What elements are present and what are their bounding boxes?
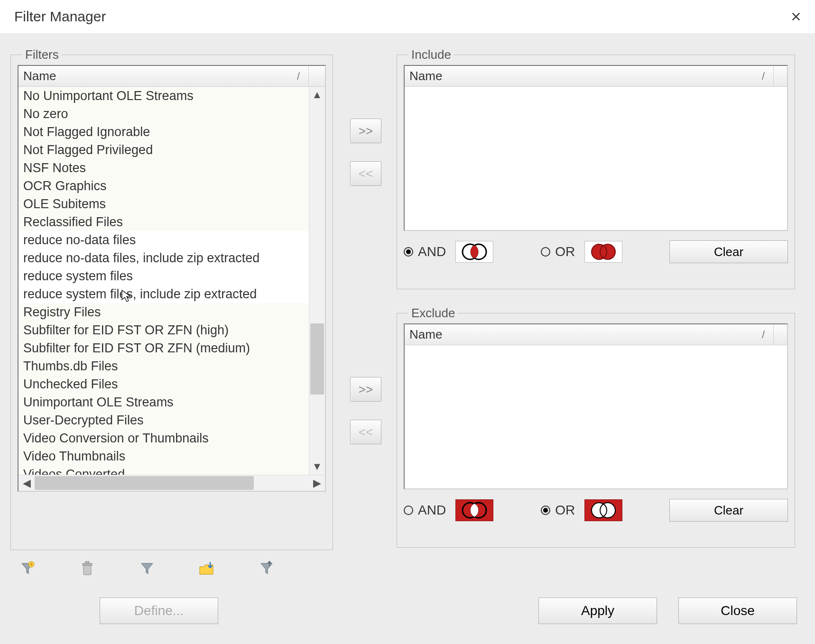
sort-indicator-icon: /: [756, 329, 770, 341]
include-or-venn-icon: [584, 241, 622, 263]
include-column-header-name[interactable]: Name /: [405, 66, 774, 86]
filter-item[interactable]: Video Thumbnails: [19, 447, 309, 465]
include-group: Include Name / AND: [397, 47, 795, 289]
include-list-header: Name /: [405, 66, 787, 87]
exclude-clear-button[interactable]: Clear: [669, 499, 788, 522]
exclude-and-radio[interactable]: AND: [404, 503, 446, 518]
filter-item[interactable]: Videos Converted: [19, 465, 309, 475]
scroll-right-arrow-icon[interactable]: ▶: [309, 475, 325, 491]
filter-item[interactable]: NSF Notes: [19, 159, 309, 177]
filter-item[interactable]: Registry Files: [19, 303, 309, 321]
radio-icon: [541, 247, 550, 257]
exclude-list-header: Name /: [405, 324, 787, 345]
filter-item[interactable]: reduce system files, include zip extract…: [19, 285, 309, 303]
remove-from-exclude-button[interactable]: <<: [350, 420, 381, 444]
delete-filter-icon[interactable]: [79, 560, 96, 577]
radio-icon: [404, 247, 413, 257]
close-icon: [791, 11, 801, 22]
filters-legend: Filters: [22, 47, 62, 62]
exclude-group: Exclude Name / AND: [397, 306, 795, 548]
radio-icon: [541, 506, 550, 515]
exclude-or-venn-icon: [584, 499, 622, 521]
exclude-or-label: OR: [555, 503, 575, 518]
include-or-label: OR: [555, 244, 575, 259]
add-to-include-button[interactable]: >>: [350, 119, 381, 143]
include-or-radio[interactable]: OR: [541, 244, 575, 259]
exclude-controls: AND OR: [404, 499, 788, 522]
include-list: Name /: [404, 65, 788, 231]
filters-column-header-name[interactable]: Name /: [19, 66, 309, 86]
filter-item[interactable]: Subfilter for EID FST OR ZFN (high): [19, 321, 309, 339]
svg-rect-16: [85, 561, 89, 563]
filter-item[interactable]: reduce no-data files, include zip extrac…: [19, 249, 309, 267]
import-filter-icon[interactable]: [198, 560, 215, 577]
filter-item[interactable]: OLE Subitems: [19, 195, 309, 213]
filter-item[interactable]: No zero: [19, 105, 309, 123]
apply-button[interactable]: Apply: [538, 598, 657, 624]
exclude-list: Name /: [404, 323, 788, 489]
scroll-left-arrow-icon[interactable]: ◀: [19, 475, 35, 491]
filters-column-header-spacer: [309, 66, 325, 86]
filter-item[interactable]: Unchecked Files: [19, 375, 309, 393]
filters-vertical-scrollbar[interactable]: ▲ ▼: [309, 87, 325, 475]
sort-indicator-icon: /: [756, 70, 770, 83]
filter-item[interactable]: Subfilter for EID FST OR ZFN (medium): [19, 339, 309, 357]
filters-list: Name / No Unimportant OLE StreamsNo zero…: [18, 65, 326, 492]
filter-item[interactable]: Reclassified Files: [19, 213, 309, 231]
filter-item[interactable]: User-Decrypted Files: [19, 411, 309, 429]
filters-list-body[interactable]: No Unimportant OLE StreamsNo zeroNot Fla…: [19, 87, 309, 475]
exclude-column-header-label: Name: [409, 327, 442, 342]
scroll-thumb-h[interactable]: [35, 476, 254, 490]
filter-item[interactable]: reduce no-data files: [19, 231, 309, 249]
exclude-and-label: AND: [418, 503, 446, 518]
window-close-button[interactable]: [787, 7, 806, 26]
include-column-header-spacer: [774, 66, 787, 86]
filters-toolbar: [19, 560, 275, 577]
close-button[interactable]: Close: [678, 598, 797, 624]
exclude-column-header-name[interactable]: Name /: [405, 324, 774, 345]
dialog-body: Filters Name / No Unimportant OLE Stream…: [0, 33, 815, 644]
exclude-column-header-spacer: [774, 324, 787, 345]
filter-item[interactable]: OCR Graphics: [19, 177, 309, 195]
filter-item[interactable]: reduce system files: [19, 267, 309, 285]
filter-item[interactable]: Video Conversion or Thumbnails: [19, 429, 309, 447]
exclude-list-body[interactable]: [405, 345, 787, 488]
define-button[interactable]: Define...: [100, 598, 218, 624]
titlebar: Filter Manager: [0, 0, 815, 33]
filters-column-header-label: Name: [23, 69, 56, 83]
exclude-and-venn-icon: [455, 499, 493, 521]
exclude-or-radio[interactable]: OR: [541, 503, 575, 518]
filter-item[interactable]: Not Flagged Ignorable: [19, 123, 309, 141]
filter-item[interactable]: Unimportant OLE Streams: [19, 393, 309, 411]
filters-list-header: Name /: [19, 66, 325, 87]
include-clear-button[interactable]: Clear: [669, 240, 788, 263]
include-list-body[interactable]: [405, 87, 787, 230]
include-controls: AND OR: [404, 240, 788, 263]
include-and-venn-icon: [455, 241, 493, 263]
scroll-thumb[interactable]: [310, 323, 324, 395]
edit-filter-icon[interactable]: [139, 560, 156, 577]
add-to-exclude-button[interactable]: >>: [350, 377, 381, 402]
include-and-label: AND: [418, 244, 446, 259]
include-and-radio[interactable]: AND: [404, 244, 446, 259]
include-column-header-label: Name: [409, 69, 442, 83]
scroll-track-h[interactable]: [35, 475, 309, 491]
filter-manager-window: Filter Manager Filters Name / No Unimpor…: [0, 0, 815, 644]
remove-from-include-button[interactable]: <<: [350, 161, 381, 186]
filter-item[interactable]: Thumbs.db Files: [19, 357, 309, 375]
new-filter-icon[interactable]: [19, 560, 36, 577]
scroll-track[interactable]: [309, 103, 325, 459]
filter-item[interactable]: Not Flagged Privileged: [19, 141, 309, 159]
exclude-legend: Exclude: [408, 306, 458, 321]
filters-group: Filters Name / No Unimportant OLE Stream…: [10, 47, 333, 550]
include-legend: Include: [408, 47, 454, 62]
filters-horizontal-scrollbar[interactable]: ◀ ▶: [19, 475, 325, 491]
sort-indicator-icon: /: [291, 70, 306, 83]
svg-rect-15: [83, 563, 92, 565]
export-filter-icon[interactable]: [258, 560, 275, 577]
filter-item[interactable]: No Unimportant OLE Streams: [19, 87, 309, 105]
radio-icon: [404, 506, 413, 515]
window-title: Filter Manager: [14, 9, 106, 25]
scroll-down-arrow-icon[interactable]: ▼: [309, 459, 325, 475]
scroll-up-arrow-icon[interactable]: ▲: [309, 87, 325, 103]
